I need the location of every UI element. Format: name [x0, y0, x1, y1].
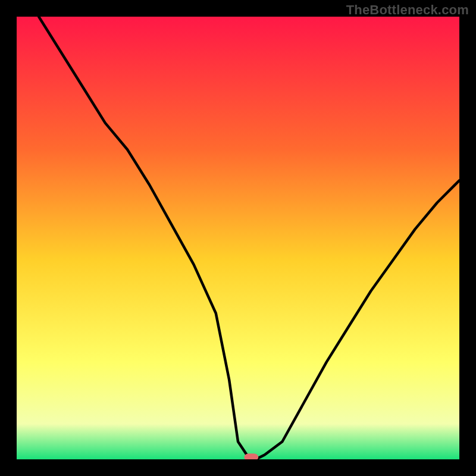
- bottleneck-chart: [17, 17, 459, 459]
- gradient-background: [17, 17, 459, 459]
- watermark-text: TheBottleneck.com: [346, 2, 469, 18]
- chart-frame: TheBottleneck.com: [0, 0, 476, 476]
- optimal-point-marker: [244, 453, 258, 459]
- plot-area: [17, 17, 459, 459]
